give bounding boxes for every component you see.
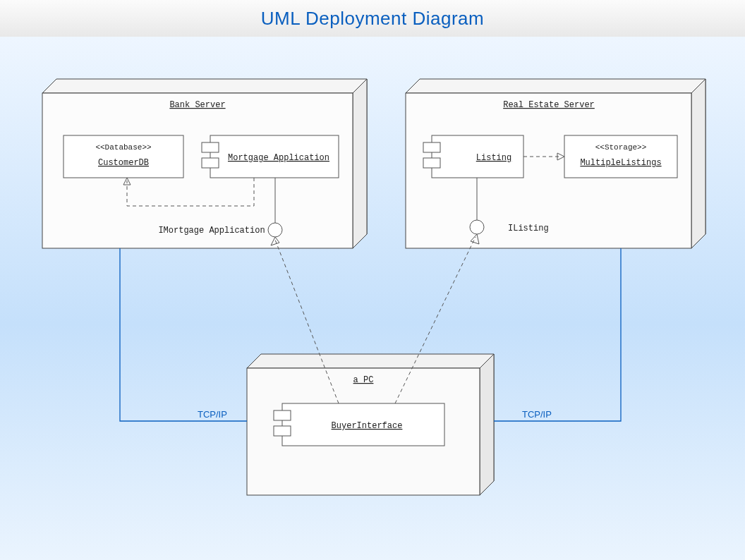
- component-buyerinterface: BuyerInterface: [274, 403, 444, 446]
- diagram-title: UML Deployment Diagram: [0, 0, 745, 37]
- ilisting-label: IListing: [508, 224, 549, 233]
- multiplelistings-label: MultipleListings: [580, 158, 661, 168]
- svg-rect-5: [202, 142, 219, 152]
- diagram-canvas: Bank Server <<Database>> CustomerDB Mort…: [0, 37, 745, 560]
- diagram-svg: Bank Server <<Database>> CustomerDB Mort…: [0, 37, 745, 560]
- svg-rect-3: [63, 135, 183, 178]
- svg-rect-25: [274, 410, 291, 420]
- svg-rect-14: [423, 142, 440, 152]
- tcpip-left-label: TCP/IP: [198, 409, 227, 420]
- svg-point-20: [470, 220, 484, 234]
- customerdb-stereotype: <<Database>>: [95, 143, 151, 152]
- svg-rect-16: [564, 135, 677, 178]
- listing-label: Listing: [476, 153, 511, 163]
- component-listing: Listing: [423, 135, 523, 178]
- svg-rect-15: [423, 158, 440, 168]
- component-customerdb: <<Database>> CustomerDB: [63, 135, 183, 178]
- svg-rect-26: [274, 426, 291, 436]
- mortgage-app-label: Mortgage Application: [228, 153, 329, 163]
- customerdb-label: CustomerDB: [98, 158, 149, 168]
- svg-marker-1: [353, 79, 367, 248]
- component-multiplelistings: <<Storage>> MultipleListings: [564, 135, 677, 178]
- buyerinterface-label: BuyerInterface: [332, 421, 403, 431]
- svg-point-9: [268, 223, 282, 237]
- realestate-server-label: Real Estate Server: [503, 100, 595, 110]
- svg-marker-11: [691, 79, 705, 248]
- svg-marker-22: [480, 354, 494, 495]
- pc-label: a PC: [353, 375, 374, 385]
- node-bank-server: Bank Server <<Database>> CustomerDB Mort…: [42, 79, 367, 248]
- imortgage-label: IMortgage Application: [158, 226, 265, 236]
- assoc-bank-pc: TCP/IP: [120, 248, 247, 421]
- tcpip-right-label: TCP/IP: [522, 409, 552, 420]
- node-realestate-server: Real Estate Server Listing <<Storage>> M…: [406, 79, 705, 248]
- component-mortgage-app: Mortgage Application: [202, 135, 339, 178]
- bank-server-label: Bank Server: [169, 100, 225, 110]
- svg-rect-6: [202, 158, 219, 168]
- multiplelistings-stereotype: <<Storage>>: [595, 143, 647, 152]
- node-pc: a PC BuyerInterface: [247, 354, 494, 495]
- assoc-realestate-pc: TCP/IP: [494, 248, 621, 421]
